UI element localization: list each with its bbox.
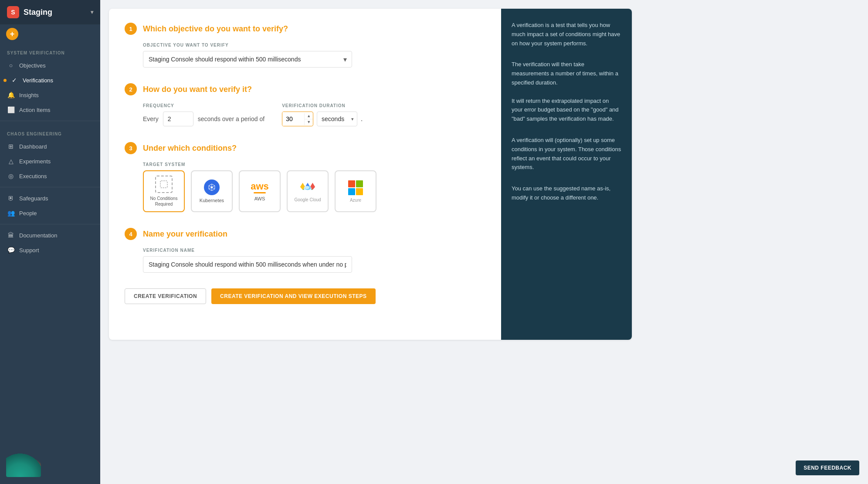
- objectives-icon: ○: [7, 62, 15, 69]
- verifications-icon: ✓: [10, 77, 18, 84]
- chaos-engineering-label: CHAOS ENGINEERING: [0, 125, 100, 139]
- duration-input[interactable]: [282, 112, 304, 126]
- step-2-title: How do you want to verify it?: [143, 85, 252, 94]
- sidebar-item-safeguards[interactable]: ⛨ Safeguards: [0, 191, 100, 206]
- svg-point-2: [211, 186, 213, 189]
- verification-name-label: VERIFICATION NAME: [143, 248, 485, 253]
- step-1-header: 1 Which objective do you want to verify?: [125, 23, 485, 35]
- objective-select[interactable]: Staging Console should respond within 50…: [143, 51, 352, 68]
- step-3-number: 3: [125, 142, 137, 154]
- no-conditions-icon: [155, 176, 173, 193]
- step-2-number: 2: [125, 83, 137, 95]
- sidebar-divider-2: [0, 187, 100, 187]
- create-and-view-button[interactable]: CREATE VERIFICATION AND VIEW EXECUTION S…: [211, 288, 375, 304]
- dashboard-icon: ⊞: [7, 143, 15, 150]
- sidebar-item-label: Action Items: [19, 107, 51, 113]
- target-kubernetes[interactable]: Kubernetes: [191, 170, 233, 212]
- verification-name-input[interactable]: [143, 256, 352, 273]
- duration-unit-select[interactable]: seconds minutes hours: [317, 112, 357, 126]
- sidebar-chevron[interactable]: ▾: [91, 9, 93, 15]
- sidebar-item-label: Experiments: [19, 158, 51, 165]
- sidebar-item-label: Verifications: [23, 77, 53, 84]
- step-1: 1 Which objective do you want to verify?…: [125, 23, 485, 68]
- sidebar-item-label: Insights: [19, 92, 39, 98]
- azure-label: Azure: [350, 198, 361, 203]
- target-azure[interactable]: Azure: [335, 170, 376, 212]
- sidebar-item-executions[interactable]: ◎ Executions: [0, 169, 100, 183]
- sidebar-item-objectives[interactable]: ○ Objectives: [0, 58, 100, 73]
- sidebar-header[interactable]: S Staging ▾: [0, 0, 100, 24]
- step-3-title: Under which conditions?: [143, 144, 237, 153]
- system-verification-label: SYSTEM VERIFICATION: [0, 44, 100, 58]
- sidebar-item-label: Documentation: [19, 232, 57, 239]
- documentation-icon: 🏛: [7, 232, 15, 239]
- google-cloud-icon: [299, 181, 316, 195]
- safeguards-icon: ⛨: [7, 195, 15, 202]
- aws-label: AWS: [254, 196, 265, 201]
- target-aws[interactable]: aws AWS: [239, 170, 281, 212]
- duration-decrement[interactable]: ▼: [305, 119, 313, 125]
- kubernetes-label: Kubernetes: [200, 198, 224, 203]
- info-panel: A verification is a test that tells you …: [501, 9, 632, 340]
- target-google-cloud[interactable]: Google Cloud: [287, 170, 329, 212]
- sidebar-item-label: Executions: [19, 173, 47, 179]
- step-2: 2 How do you want to verify it? FREQUENC…: [125, 83, 485, 126]
- create-verification-button[interactable]: CREATE VERIFICATION: [125, 288, 206, 304]
- step-4-content: VERIFICATION NAME: [125, 248, 485, 273]
- frequency-suffix: seconds over a period of: [198, 115, 264, 122]
- target-systems-grid: No ConditionsRequired: [143, 170, 485, 212]
- form-left: 1 Which objective do you want to verify?…: [109, 9, 501, 340]
- sidebar-item-dashboard[interactable]: ⊞ Dashboard: [0, 139, 100, 154]
- step-3: 3 Under which conditions? TARGET SYSTEM: [125, 142, 485, 212]
- step-4: 4 Name your verification VERIFICATION NA…: [125, 228, 485, 273]
- active-dot: [3, 79, 7, 82]
- sidebar-item-label: Dashboard: [19, 143, 47, 150]
- app-name: Staging: [24, 8, 52, 17]
- sidebar-item-documentation[interactable]: 🏛 Documentation: [0, 228, 100, 243]
- step-1-content: OBJECTIVE YOU WANT TO VERIFY Staging Con…: [125, 43, 485, 68]
- add-button[interactable]: +: [6, 28, 18, 40]
- send-feedback-button[interactable]: SEND FEEDBACK: [796, 460, 859, 475]
- experiments-icon: △: [7, 158, 15, 165]
- sidebar-item-label: Safeguards: [19, 195, 48, 202]
- sidebar-item-label: People: [19, 210, 37, 217]
- step-4-header: 4 Name your verification: [125, 228, 485, 240]
- step-2-content: FREQUENCY Every seconds over a period of…: [125, 103, 485, 126]
- objective-field-label: OBJECTIVE YOU WANT TO VERIFY: [143, 43, 485, 47]
- sidebar-item-experiments[interactable]: △ Experiments: [0, 154, 100, 169]
- sidebar-item-support[interactable]: 💬 Support: [0, 243, 100, 257]
- duration-spin-buttons: ▲ ▼: [304, 113, 313, 125]
- sidebar-item-label: Objectives: [19, 62, 46, 69]
- step-1-number: 1: [125, 23, 137, 35]
- duration-input-wrapper: ▲ ▼: [282, 112, 313, 126]
- info-block-2: The verification will then take measurem…: [512, 60, 621, 124]
- people-icon: 👥: [7, 210, 15, 217]
- sidebar-item-action-items[interactable]: ⬜ Action Items: [0, 102, 100, 117]
- info-block-1: A verification is a test that tells you …: [512, 21, 621, 48]
- sidebar-item-insights[interactable]: 🔔 Insights: [0, 88, 100, 102]
- frequency-input[interactable]: [163, 112, 193, 126]
- step-1-title: Which objective do you want to verify?: [143, 24, 288, 34]
- aws-icon: aws: [251, 182, 269, 193]
- duration-unit-wrapper: seconds minutes hours ▾: [317, 112, 357, 126]
- frequency-label: FREQUENCY: [143, 103, 264, 108]
- form-card: 1 Which objective do you want to verify?…: [109, 9, 632, 340]
- insights-icon: 🔔: [7, 91, 15, 98]
- sidebar-item-people[interactable]: 👥 People: [0, 206, 100, 220]
- svg-point-11: [304, 186, 309, 189]
- info-block-4: You can use the suggested name as-is, mo…: [512, 184, 621, 203]
- step-3-content: TARGET SYSTEM No ConditionsRequired: [125, 162, 485, 212]
- target-no-conditions[interactable]: No ConditionsRequired: [143, 170, 185, 212]
- sidebar-item-verifications[interactable]: ✓ Verifications: [0, 73, 100, 88]
- duration-label: VERIFICATION DURATION: [282, 103, 363, 108]
- azure-icon: [348, 180, 363, 195]
- sidebar-divider-3: [0, 224, 100, 224]
- executions-icon: ◎: [7, 173, 15, 179]
- support-icon: 💬: [7, 247, 15, 254]
- sidebar-item-label: Support: [19, 247, 39, 254]
- info-block-3: A verification will (optionally) set up …: [512, 136, 621, 172]
- step-4-title: Name your verification: [143, 230, 227, 239]
- target-system-label: TARGET SYSTEM: [143, 162, 485, 167]
- duration-increment[interactable]: ▲: [305, 113, 313, 119]
- main-content: 1 Which objective do you want to verify?…: [100, 0, 868, 484]
